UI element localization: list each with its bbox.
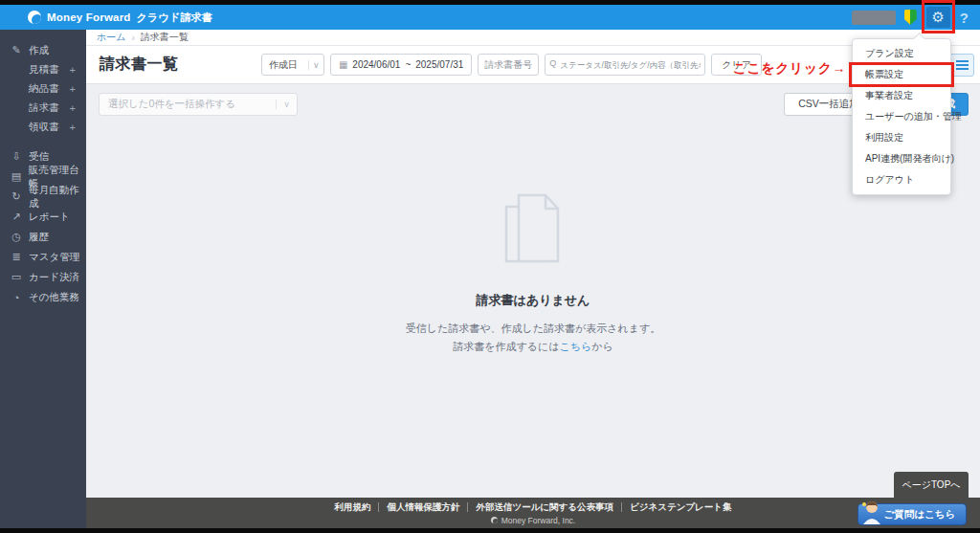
footer-links: 利用規約 個人情報保護方針 外部送信ツールに関する公表事項 ビジネステンプレート… (334, 501, 731, 514)
gear-highlight-box (922, 0, 955, 33)
card-icon: ▭ (10, 271, 23, 283)
date-type-select[interactable]: 作成日 ∨ (261, 54, 324, 76)
settings-gear-button[interactable]: ⚙ (925, 6, 951, 29)
inbox-icon: ⇩ (10, 150, 23, 163)
bulk-action-label: 選択した0件を一括操作する (100, 98, 276, 111)
search-field: Q (545, 54, 705, 76)
date-range-picker[interactable]: ▦ 2024/06/01 ~ 2025/07/31 (330, 54, 472, 76)
date-tilde: ~ (405, 59, 411, 70)
menu-item-user-management[interactable]: ユーザーの追加・管理 (853, 106, 950, 127)
plus-icon[interactable]: + (70, 102, 76, 114)
footer-link-templates[interactable]: ビジネステンプレート集 (630, 501, 732, 514)
ledger-icon: ▤ (10, 170, 23, 183)
empty-state-line2: 請求書を作成するにはこちらから (86, 338, 980, 356)
search-icon: Q (549, 58, 556, 68)
footer: 利用規約 個人情報保護方針 外部送信ツールに関する公表事項 ビジネステンプレート… (86, 498, 980, 528)
click-here-annotation: ここをクリック→ (733, 60, 846, 78)
brand-product: クラウド請求書 (137, 11, 212, 25)
sidebar-item-label: 受信 (29, 150, 49, 164)
page-top-button[interactable]: ページTOPへ (894, 472, 969, 498)
breadcrumb-home-link[interactable]: ホーム (97, 31, 125, 44)
menu-item-form-settings[interactable]: 帳票設定 (853, 64, 950, 85)
invoice-number-input[interactable] (478, 54, 539, 76)
sidebar-item-create[interactable]: ✎ 作成 (0, 40, 86, 60)
brand-name: Money Forward (47, 11, 131, 23)
menu-item-label: 帳票設定 (865, 69, 903, 79)
date-to[interactable]: 2025/07/31 (415, 59, 463, 70)
footer-separator (467, 502, 468, 512)
account-name-redacted (852, 11, 896, 25)
footer-link-privacy[interactable]: 個人情報保護方針 (387, 501, 459, 514)
empty-line2-after: から (591, 341, 613, 352)
menu-item-logout[interactable]: ログアウト (853, 169, 950, 190)
bulk-action-select[interactable]: 選択した0件を一括操作する ∨ (99, 93, 298, 116)
menu-item-plan-settings[interactable]: プラン設定 (853, 43, 950, 64)
empty-state-title: 請求書はありません (86, 292, 980, 309)
app-window: Money Forward クラウド請求書 ⚙ ? ✎ 作成 見積書 + 納品書… (0, 0, 980, 533)
sidebar-item-label: レポート (29, 211, 70, 224)
empty-state: 請求書はありません 受信した請求書や、作成した請求書が表示されます。 請求書を作… (86, 192, 980, 355)
plus-icon[interactable]: + (70, 122, 76, 133)
footer-separator (621, 502, 622, 512)
clock-icon: ◷ (10, 231, 23, 243)
page-title: 請求書一覧 (100, 55, 179, 75)
copyright-text: Money Forward, Inc. (501, 516, 575, 525)
search-input[interactable] (545, 54, 705, 76)
beginner-mark-icon[interactable] (904, 10, 917, 25)
letterbox-bottom (0, 528, 980, 533)
topbar-right: ⚙ ? (852, 6, 969, 29)
menu-item-usage-settings[interactable]: 利用設定 (853, 127, 950, 148)
sidebar-item-history[interactable]: ◷ 履歴 (0, 227, 86, 247)
chevron-down-icon: ∨ (276, 100, 297, 109)
question-button[interactable]: ご質問はこちら (858, 503, 967, 525)
mascot-icon (861, 500, 880, 524)
brand[interactable]: Money Forward クラウド請求書 (28, 11, 212, 25)
plus-icon[interactable]: + (70, 64, 76, 76)
question-button-label: ご質問はこちら (884, 508, 956, 522)
sidebar-item-quote[interactable]: 見積書 + (0, 60, 86, 79)
sidebar-item-label: 納品書 (29, 82, 59, 96)
breadcrumb-separator: › (131, 33, 134, 43)
pencil-icon: ✎ (10, 44, 23, 56)
footer-link-external-tools[interactable]: 外部送信ツールに関する公表事項 (476, 501, 613, 514)
sidebar-item-receipt[interactable]: 領収書 + (0, 118, 86, 137)
sidebar-item-card-payment[interactable]: ▭ カード決済 (0, 267, 86, 287)
create-here-link[interactable]: こちら (560, 341, 592, 352)
sidebar-item-label: 領収書 (29, 121, 59, 134)
footer-link-terms[interactable]: 利用規約 (334, 501, 370, 514)
empty-state-line1: 受信した請求書や、作成した請求書が表示されます。 (86, 320, 980, 338)
chevron-down-icon: ∨ (308, 60, 323, 70)
plus-icon[interactable]: + (70, 83, 76, 95)
date-type-value: 作成日 (262, 58, 308, 72)
breadcrumb-current: 請求書一覧 (141, 31, 189, 44)
moneyforward-logo-icon (28, 11, 41, 24)
date-from[interactable]: 2024/06/01 (352, 59, 400, 70)
moneyforward-logo-icon (491, 517, 498, 523)
sidebar-item-invoice[interactable]: 請求書 + (0, 99, 86, 118)
help-icon[interactable]: ? (960, 10, 969, 26)
list-toolbar: 選択した0件を一括操作する ∨ CSV一括追加 請求書を作成 (86, 84, 980, 116)
sidebar-item-label: 請求書 (29, 101, 59, 115)
list-icon: ≣ (10, 251, 23, 263)
footer-separator (378, 502, 379, 512)
breadcrumb: ホーム › 請求書一覧 (86, 30, 980, 46)
empty-line2-before: 請求書を作成するには (453, 341, 559, 352)
menu-item-business-settings[interactable]: 事業者設定 (853, 85, 950, 106)
footer-copyright: Money Forward, Inc. (491, 516, 575, 525)
sidebar-item-label: カード決済 (29, 271, 79, 284)
main-content: ホーム › 請求書一覧 請求書一覧 作成日 ∨ ▦ 2024/06/01 ~ 2… (86, 30, 980, 498)
sidebar-item-label: 見積書 (29, 63, 59, 77)
sidebar-item-label: マスタ管理 (29, 251, 79, 264)
sidebar-item-monthly-auto[interactable]: ↻ 毎月自動作成 (0, 187, 86, 207)
sidebar-item-label: 毎月自動作成 (29, 184, 86, 211)
menu-item-api-integration[interactable]: API連携(開発者向け) (853, 148, 950, 169)
sidebar-item-master[interactable]: ≣ マスタ管理 (0, 247, 86, 267)
sidebar-item-other[interactable]: ◔ その他業務 (0, 287, 86, 307)
sidebar: ✎ 作成 見積書 + 納品書 + 請求書 + 領収書 + ⇩ 受信 ▤ 販売管理… (0, 30, 86, 528)
sidebar-item-label: 履歴 (29, 231, 49, 244)
view-toggle-button[interactable] (949, 54, 974, 77)
list-view-icon (956, 60, 969, 70)
chart-icon: ↗ (10, 211, 23, 223)
sidebar-item-delivery-slip[interactable]: 納品書 + (0, 79, 86, 99)
sidebar-gap (0, 137, 86, 146)
